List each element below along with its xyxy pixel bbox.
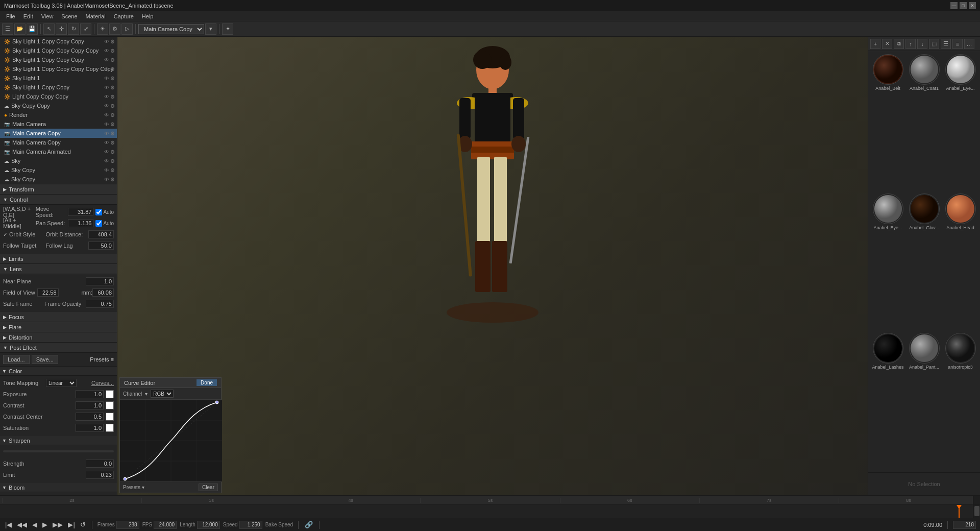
control-header[interactable]: ▼ Control [0, 195, 117, 205]
post-effect-header[interactable]: ▼ Post Effect [0, 343, 117, 353]
toolbar-new[interactable]: ☰ [2, 23, 13, 35]
limit-input[interactable] [86, 471, 114, 479]
timeline-tracks[interactable] [0, 505, 980, 518]
strength-input[interactable] [86, 460, 114, 468]
filter-button[interactable]: ☰ [941, 39, 951, 49]
menu-help[interactable]: Help [138, 12, 158, 20]
auto-pan-check[interactable] [95, 220, 102, 227]
flare-header[interactable]: ▶ Flare [0, 322, 117, 332]
toolbar-light[interactable]: ☀ [97, 23, 108, 35]
load-button[interactable]: Load... [3, 355, 30, 364]
tree-item-main-camera-copy[interactable]: 📷 Main Camera Copy 👁⚙ [0, 129, 117, 138]
contrast-color[interactable] [106, 401, 114, 409]
tree-item-sky-obj[interactable]: ☁ Sky 👁⚙ [0, 156, 117, 165]
tree-item-sky1[interactable]: 🔆 Sky Light 1 Copy Copy Copy 👁⚙ [0, 37, 117, 46]
tracks-scrollbar[interactable] [973, 505, 980, 518]
playhead[interactable] [959, 505, 960, 518]
play-button[interactable]: ▶ [41, 521, 48, 528]
transform-header[interactable]: ▶ Transform [0, 184, 117, 195]
minimize-button[interactable]: — [950, 2, 958, 9]
tree-item-sky-copy2[interactable]: ☁ Sky Copy 👁⚙ [0, 175, 117, 184]
contrast-center-input[interactable] [76, 413, 104, 421]
curve-clear-button[interactable]: Clear [199, 484, 218, 491]
tree-item-camera-animated[interactable]: 📷 Main Camera Animated 👁⚙ [0, 147, 117, 156]
menu-view[interactable]: View [37, 12, 58, 20]
prev-button[interactable]: ◀ [31, 521, 38, 528]
go-to-start-button[interactable]: |◀ [4, 521, 13, 528]
tree-item-sky-copy[interactable]: ☁ Sky Copy 👁⚙ [0, 165, 117, 175]
menu-file[interactable]: File [2, 12, 19, 20]
pan-speed-input[interactable] [68, 219, 93, 227]
curve-canvas[interactable] [120, 400, 222, 481]
save-button[interactable]: Save... [32, 355, 58, 364]
contrast-input[interactable] [76, 401, 104, 409]
speed-input[interactable] [239, 521, 262, 529]
frame-opacity-input[interactable] [86, 300, 114, 308]
curve-editor-done-button[interactable]: Done [197, 379, 217, 386]
material-glove[interactable]: Anabel_Glov... [906, 192, 942, 331]
menu-material[interactable]: Material [82, 12, 110, 20]
fps-input[interactable] [154, 521, 177, 529]
tree-item-sky2[interactable]: 🔆 Sky Light 1 Copy Copy Copy Copy 👁⚙ [0, 46, 117, 55]
saturation-color[interactable] [106, 424, 114, 432]
material-eye2[interactable]: Anabel_Eye... [870, 192, 905, 331]
contrast-center-color[interactable] [106, 413, 114, 421]
toolbar-save[interactable]: 💾 [27, 23, 38, 35]
distortion-header[interactable]: ▶ Distortion [0, 332, 117, 343]
move-speed-input[interactable]: 31.87 [68, 208, 93, 216]
lens-header[interactable]: ▼ Lens [0, 264, 117, 274]
frame-counter[interactable] [953, 521, 976, 529]
toolbar-render[interactable]: ▷ [121, 23, 133, 35]
tree-item-sky4[interactable]: 🔆 Sky Light 1 Copy Copy Copy Copy Copy 👁… [0, 64, 117, 74]
duplicate-material-button[interactable]: ⧉ [894, 39, 904, 49]
sort-button[interactable]: ≡ [952, 39, 963, 49]
move-up-button[interactable]: ↑ [905, 39, 916, 49]
exposure-color[interactable] [106, 390, 114, 398]
toolbar-scale[interactable]: ⤢ [80, 23, 91, 35]
tree-item-light-copy[interactable]: 🔆 Light Copy Copy Copy 👁⚙ [0, 92, 117, 101]
scroll-thumb[interactable] [974, 506, 979, 516]
viewport[interactable]: Curve Editor Done Channel ▾ RGB R G B [117, 37, 868, 495]
channel-select[interactable]: RGB R G B [151, 390, 174, 398]
orbit-dist-input[interactable] [88, 230, 114, 238]
toolbar-rotate[interactable]: ↻ [68, 23, 79, 35]
near-plane-input[interactable] [86, 277, 114, 285]
view-toggle-button[interactable]: ⬚ [929, 39, 939, 49]
loop-button[interactable]: ↺ [79, 521, 87, 528]
tree-item-sky-copy-copy[interactable]: ☁ Sky Copy Copy 👁⚙ [0, 101, 117, 110]
follow-lag-input[interactable] [88, 242, 114, 250]
color-header[interactable]: ▼ Color [0, 367, 117, 376]
mm-input[interactable] [92, 288, 114, 297]
frames-input[interactable] [116, 521, 139, 529]
auto-move-check[interactable] [95, 209, 102, 215]
link-button[interactable]: 🔗 [304, 521, 314, 528]
move-down-button[interactable]: ↓ [917, 39, 927, 49]
tree-item-render[interactable]: ● Render 👁⚙ [0, 110, 117, 119]
material-belt[interactable]: Anabel_Belt [870, 53, 905, 191]
maximize-button[interactable]: □ [960, 2, 967, 9]
curve-presets[interactable]: Presets ▾ [123, 485, 144, 490]
length-input[interactable] [197, 521, 220, 529]
presets-button[interactable]: Presets ≡ [90, 356, 114, 363]
menu-scene[interactable]: Scene [57, 12, 81, 20]
material-head[interactable]: Anabel_Head [943, 192, 978, 331]
material-coat1[interactable]: Anabel_Coat1 [906, 53, 942, 191]
next-button[interactable]: ▶▶ [52, 521, 64, 528]
delete-material-button[interactable]: ✕ [882, 39, 892, 49]
close-button[interactable]: ✕ [969, 2, 976, 9]
exposure-input[interactable] [76, 390, 104, 398]
camera-selector[interactable]: Main Camera Copy [138, 24, 204, 34]
material-pants[interactable]: Anabel_Pant... [906, 332, 942, 470]
menu-capture[interactable]: Capture [110, 12, 138, 20]
tree-item-main-camera-copy2[interactable]: 📷 Main Camera Copy 👁⚙ [0, 138, 117, 147]
saturation-input[interactable] [76, 424, 104, 432]
sharpen-slider[interactable] [3, 450, 114, 452]
tree-item-sky3[interactable]: 🔆 Sky Light 1 Copy Copy Copy 👁⚙ [0, 55, 117, 64]
toolbar-settings[interactable]: ⚙ [109, 23, 120, 35]
more-button[interactable]: … [964, 39, 974, 49]
bloom-header[interactable]: ▼ Bloom [0, 483, 117, 492]
curves-link[interactable]: Curves... [91, 380, 114, 386]
camera-dropdown-arrow[interactable]: ▾ [205, 23, 216, 35]
material-anisotropic[interactable]: anisotropic3 [943, 332, 978, 470]
tree-item-sky6[interactable]: 🔆 Sky Light 1 Copy Copy 👁⚙ [0, 83, 117, 92]
